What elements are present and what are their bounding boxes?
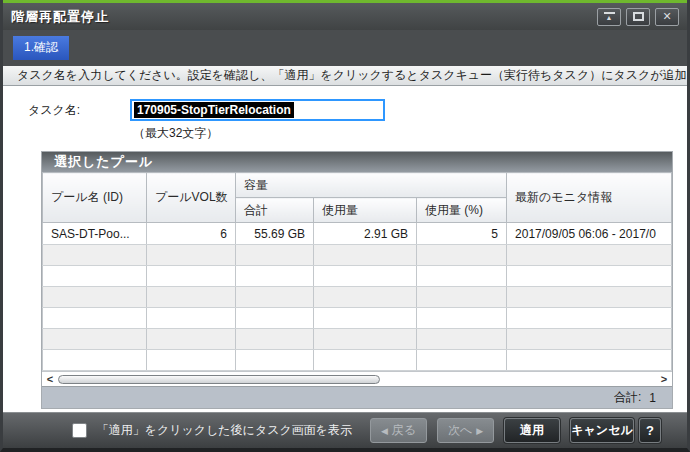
empty-row (43, 245, 672, 266)
scroll-left-icon[interactable]: < (45, 373, 55, 386)
cell-pool-vols: 6 (147, 223, 236, 245)
cell-monitor: 2017/09/05 06:06 - 2017/0 (507, 223, 672, 245)
scrollbar-thumb[interactable] (58, 375, 380, 384)
task-name-selected-text: 170905-StopTierRelocation (134, 102, 294, 118)
dialog-title: 階層再配置停止 (11, 8, 109, 26)
empty-cell (147, 287, 236, 308)
empty-cell (417, 245, 507, 266)
rollup-button[interactable]: ▲ (597, 8, 621, 26)
empty-cell (507, 329, 672, 350)
empty-row (43, 308, 672, 329)
empty-cell (417, 287, 507, 308)
scrollbar-track[interactable] (55, 373, 659, 386)
rollup-icon: ▲ (604, 12, 615, 22)
task-name-hint: （最大32文字） (133, 125, 687, 142)
show-task-screen-checkbox[interactable] (72, 423, 87, 438)
back-button: ◀ 戻る (370, 418, 427, 443)
empty-row (43, 350, 672, 371)
empty-cell (147, 245, 236, 266)
empty-cell (314, 308, 417, 329)
empty-cell (236, 287, 314, 308)
apply-button[interactable]: 適用 (504, 418, 560, 443)
window-controls: ▲ ✕ (597, 8, 679, 26)
back-button-label: 戻る (392, 422, 416, 439)
close-button[interactable]: ✕ (655, 8, 679, 26)
empty-cell (314, 266, 417, 287)
empty-cell (417, 308, 507, 329)
back-arrow-icon: ◀ (381, 426, 388, 436)
next-button-label: 次へ (448, 422, 472, 439)
table-footer: 合計: 1 (42, 386, 672, 408)
empty-cell (507, 245, 672, 266)
col-header-pool-vols[interactable]: プールVOL数 (147, 173, 236, 223)
next-button: 次へ ▶ (437, 418, 494, 443)
empty-cell (236, 308, 314, 329)
pool-row[interactable]: SAS-DT-Poo... 6 55.69 GB 2.91 GB 5 2017/… (43, 223, 672, 245)
task-name-input[interactable]: 170905-StopTierRelocation (130, 99, 385, 121)
empty-cell (417, 329, 507, 350)
empty-cell (236, 350, 314, 371)
empty-cell (147, 329, 236, 350)
cell-pool-name: SAS-DT-Poo... (43, 223, 147, 245)
empty-cell (147, 308, 236, 329)
empty-cell (314, 329, 417, 350)
empty-cell (314, 350, 417, 371)
horizontal-scrollbar[interactable]: < > (42, 371, 672, 386)
empty-cell (507, 266, 672, 287)
pool-table-body: SAS-DT-Poo... 6 55.69 GB 2.91 GB 5 2017/… (43, 223, 672, 371)
col-header-pool-name[interactable]: プール名 (ID) (43, 173, 147, 223)
section-title: 選択したプール (42, 152, 672, 172)
close-icon: ✕ (662, 11, 671, 22)
empty-cell (236, 266, 314, 287)
empty-cell (236, 329, 314, 350)
instruction-text: タスク名を入力してください。設定を確認し、「適用」をクリックするとタスクキュー（… (3, 66, 687, 86)
empty-row (43, 329, 672, 350)
empty-cell (507, 350, 672, 371)
empty-cell (43, 329, 147, 350)
cell-total: 55.69 GB (236, 223, 314, 245)
empty-cell (507, 308, 672, 329)
empty-cell (417, 350, 507, 371)
col-header-monitor[interactable]: 最新のモニタ情報 (507, 173, 672, 223)
empty-cell (43, 308, 147, 329)
empty-cell (43, 287, 147, 308)
col-header-total[interactable]: 合計 (236, 198, 314, 223)
pool-table: プール名 (ID) プールVOL数 容量 最新のモニタ情報 合計 使用量 使用量… (42, 172, 672, 371)
empty-cell (147, 350, 236, 371)
col-header-used[interactable]: 使用量 (314, 198, 417, 223)
empty-cell (43, 245, 147, 266)
task-name-label: タスク名: (28, 102, 130, 119)
empty-cell (507, 287, 672, 308)
empty-cell (314, 287, 417, 308)
show-task-screen-label: 「適用」をクリックした後にタスク画面を表示 (97, 422, 352, 439)
title-bar: 階層再配置停止 ▲ ✕ (3, 0, 687, 30)
cancel-button[interactable]: キャンセル (570, 418, 634, 443)
scroll-right-icon[interactable]: > (659, 373, 669, 386)
empty-cell (43, 350, 147, 371)
empty-row (43, 266, 672, 287)
empty-cell (147, 266, 236, 287)
pool-table-header: プール名 (ID) プールVOL数 容量 最新のモニタ情報 合計 使用量 使用量… (43, 173, 672, 223)
empty-row (43, 287, 672, 308)
next-arrow-icon: ▶ (476, 426, 483, 436)
selected-pool-section: 選択したプール プール名 (ID) プールVOL数 容量 最新のモニタ情報 合計 (41, 151, 673, 409)
action-bar: 「適用」をクリックした後にタスク画面を表示 ◀ 戻る 次へ ▶ 適用 キャンセル… (3, 412, 687, 448)
empty-cell (417, 266, 507, 287)
task-name-row: タスク名: 170905-StopTierRelocation (3, 99, 687, 121)
cell-used: 2.91 GB (314, 223, 417, 245)
maximize-button[interactable] (626, 8, 650, 26)
dialog-window: 階層再配置停止 ▲ ✕ 1.確認 タスク名を入力してください。設定を確認し、「適… (0, 0, 690, 452)
empty-cell (314, 245, 417, 266)
tab-confirm[interactable]: 1.確認 (13, 36, 69, 60)
col-header-used-pct[interactable]: 使用量 (%) (417, 198, 507, 223)
help-button[interactable]: ? (639, 418, 661, 443)
wizard-step-bar: 1.確認 (3, 30, 687, 66)
maximize-icon (633, 12, 644, 21)
cell-used-pct: 5 (417, 223, 507, 245)
empty-cell (43, 266, 147, 287)
main-content: タスク名: 170905-StopTierRelocation （最大32文字）… (3, 86, 687, 412)
total-value: 1 (649, 391, 656, 405)
col-header-capacity-group: 容量 (236, 173, 507, 198)
total-label: 合計: (614, 389, 641, 406)
empty-cell (236, 245, 314, 266)
